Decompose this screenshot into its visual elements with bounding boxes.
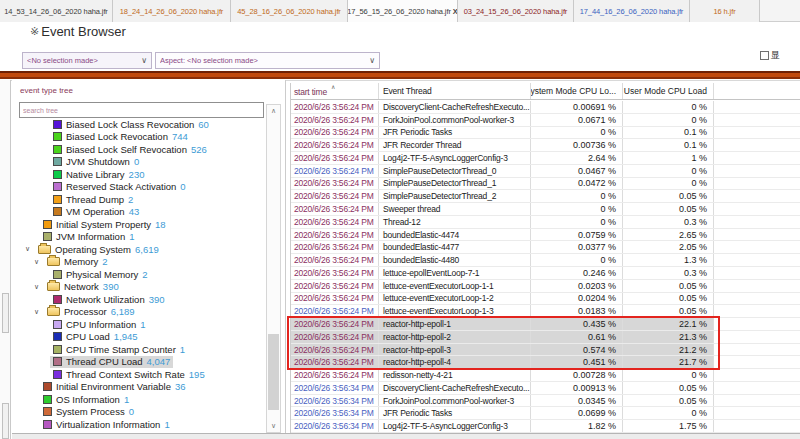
table-row[interactable]: 2020/6/26 3:56:34 PMLog4j2-TF-5-AsyncLog…	[291, 420, 800, 433]
scroll-down-icon[interactable]: ∨	[267, 420, 280, 432]
editor-tab[interactable]: 18_24_14_26_06_2020 haha.jfr	[113, 0, 231, 22]
tree-item-processor[interactable]: ∨Processor6,189	[12, 306, 265, 319]
tree-scrollbar[interactable]: ∧ ∨	[266, 104, 281, 433]
event-type-color-icon	[53, 145, 62, 154]
column-header-system-mode-cpu-load[interactable]: System Mode CPU Lo...	[531, 83, 623, 99]
editor-tab[interactable]: 17_44_16_26_06_2020 haha.jfr	[574, 0, 690, 22]
table-row[interactable]: 2020/6/26 3:56:34 PMJFR Periodic Tasks0.…	[291, 407, 800, 420]
table-row[interactable]: 2020/6/26 3:56:24 PMSimplePauseDetectorT…	[291, 178, 800, 191]
tree-item-jvm-shutdown[interactable]: JVM Shutdown0	[12, 156, 265, 169]
table-row[interactable]: 2020/6/26 3:56:24 PMForkJoinPool.commonP…	[291, 114, 800, 127]
expand-chevron-icon[interactable]: ∨	[25, 245, 34, 253]
filler-cell	[714, 420, 800, 432]
tree-item-memory[interactable]: ∨Memory2	[12, 256, 265, 269]
table-row[interactable]: 2020/6/26 3:56:24 PMlettuce-eventExecuto…	[291, 305, 800, 318]
column-header-event-thread[interactable]: Event Thread	[379, 83, 531, 99]
table-row[interactable]: 2020/6/26 3:56:24 PMboundedElastic-44740…	[291, 229, 800, 242]
tree-item-count: 4,047	[147, 356, 171, 367]
table-row[interactable]: 2020/6/26 3:56:24 PMreactor-http-epoll-1…	[291, 318, 800, 331]
close-icon[interactable]: X	[453, 7, 458, 16]
table-row[interactable]: 2020/6/26 3:56:24 PMboundedElastic-44770…	[291, 241, 800, 254]
table-row[interactable]: 2020/6/26 3:56:24 PMredisson-netty-4-210…	[291, 369, 800, 382]
user-mode-cpu-cell: 0.05 %	[623, 203, 714, 215]
table-row[interactable]: 2020/6/26 3:56:24 PMJFR Recorder Thread0…	[291, 139, 800, 152]
tree-item-physical-memory[interactable]: Physical Memory2	[12, 268, 265, 281]
table-row[interactable]: 2020/6/26 3:56:24 PMLog4j2-TF-5-AsyncLog…	[291, 152, 800, 165]
editor-tab[interactable]: 03_24_15_26_06_2020 haha.jfr	[458, 0, 574, 22]
table-row[interactable]: 2020/6/26 3:56:24 PMSweeper thread0 %0.0…	[291, 203, 800, 216]
table-row[interactable]: 2020/6/26 3:56:24 PMDiscoveryClient-Cach…	[291, 101, 800, 114]
start-time-cell: 2020/6/26 3:56:24 PM	[291, 305, 379, 317]
column-header-start-time[interactable]: ∧ start time	[291, 83, 379, 99]
tree-item-cpu-information[interactable]: CPU Information1	[12, 318, 265, 331]
tree-item-vm-operation[interactable]: VM Operation43	[12, 206, 265, 219]
tree-item-thread-cpu-load[interactable]: Thread CPU Load4,047	[12, 356, 265, 369]
table-row[interactable]: 2020/6/26 3:56:24 PMThread-120 %0.3 %	[291, 216, 800, 229]
table-row[interactable]: 2020/6/26 3:56:24 PMlettuce-epollEventLo…	[291, 267, 800, 280]
sort-ascending-icon: ∧	[331, 83, 335, 90]
tree-item-native-library[interactable]: Native Library230	[12, 168, 265, 181]
table-row[interactable]: 2020/6/26 3:56:34 PMDiscoveryClient-Cach…	[291, 382, 800, 395]
tree-item-count: 390	[149, 294, 165, 305]
show-checkbox[interactable]	[760, 51, 769, 60]
expand-chevron-icon[interactable]: ∨	[34, 258, 43, 266]
tree-item-biased-lock-revocation[interactable]: Biased Lock Revocation744	[12, 131, 265, 144]
tree-item-network-utilization[interactable]: Network Utilization390	[12, 293, 265, 306]
collapsed-panel-strip[interactable]	[0, 80, 11, 439]
tree-item-os-information[interactable]: OS Information1	[12, 393, 265, 406]
start-time-cell: 2020/6/26 3:56:24 PM	[291, 178, 379, 190]
table-row[interactable]: 2020/6/26 3:56:24 PMreactor-http-epoll-3…	[291, 344, 800, 357]
tree-item-count: 2	[142, 269, 147, 280]
table-row[interactable]: 2020/6/26 3:56:24 PMboundedElastic-44800…	[291, 254, 800, 267]
event-type-color-icon	[53, 370, 62, 379]
tree-item-initial-environment-variable[interactable]: Initial Environment Variable36	[12, 381, 265, 394]
table-row[interactable]: 2020/6/26 3:56:24 PMlettuce-eventExecuto…	[291, 293, 800, 306]
table-row[interactable]: 2020/6/26 3:56:34 PMForkJoinPool.commonP…	[291, 395, 800, 408]
tree-item-system-process[interactable]: System Process0	[12, 406, 265, 419]
editor-tab[interactable]: 45_28_16_26_06_2020 haha.jfr	[231, 0, 348, 22]
table-row[interactable]: 2020/6/26 3:56:24 PMSimplePauseDetectorT…	[291, 190, 800, 203]
aspect-combo[interactable]: Aspect: <No selection made> ∨	[155, 52, 380, 69]
tree-item-thread-dump[interactable]: Thread Dump2	[12, 193, 265, 206]
scroll-up-icon[interactable]: ∧	[267, 105, 280, 117]
scrollbar-thumb[interactable]	[268, 334, 279, 410]
start-time-cell: 2020/6/26 3:56:24 PM	[291, 152, 379, 164]
tree-item-cpu-load[interactable]: CPU Load1,945	[12, 331, 265, 344]
tree-item-thread-context-switch-rate[interactable]: Thread Context Switch Rate195	[12, 368, 265, 381]
user-mode-cpu-cell: 0.05 %	[623, 395, 714, 407]
column-header-user-mode-cpu-load[interactable]: User Mode CPU Load	[623, 83, 714, 99]
tree-item-jvm-information[interactable]: JVM Information1	[12, 231, 265, 244]
event-type-color-icon	[53, 332, 62, 341]
tree-item-label: Initial Environment Variable	[56, 381, 171, 392]
editor-tab[interactable]: 17_56_15_26_06_2020 haha.jfrX	[348, 0, 458, 22]
tree-item-network[interactable]: ∨Network390	[12, 281, 265, 294]
user-mode-cpu-cell: 2.65 %	[623, 229, 714, 241]
tree-item-biased-lock-class-revocation[interactable]: Biased Lock Class Revocation60	[12, 118, 265, 131]
event-thread-cell: Sweeper thread	[379, 203, 531, 215]
tree-item-label: Thread Context Switch Rate	[66, 369, 185, 380]
expand-chevron-icon[interactable]: ∨	[34, 308, 43, 316]
event-thread-cell: lettuce-eventExecutorLoop-1-1	[379, 280, 531, 292]
start-time-cell: 2020/6/26 3:56:24 PM	[291, 203, 379, 215]
tree-item-operating-system[interactable]: ∨Operating System6,619	[12, 243, 265, 256]
editor-tab[interactable]: 16 h.jfr	[690, 0, 760, 22]
table-row[interactable]: 2020/6/26 3:56:24 PMlettuce-eventExecuto…	[291, 280, 800, 293]
tree-item-cpu-time-stamp-counter[interactable]: CPU Time Stamp Counter1	[12, 343, 265, 356]
tree-item-initial-system-property[interactable]: Initial System Property18	[12, 218, 265, 231]
table-row[interactable]: 2020/6/26 3:56:24 PMJFR Periodic Tasks0 …	[291, 127, 800, 140]
selection-combo[interactable]: <No selection made> ∨	[22, 52, 152, 69]
tree-item-biased-lock-self-revocation[interactable]: Biased Lock Self Revocation526	[12, 143, 265, 156]
table-row[interactable]: 2020/6/26 3:56:24 PMreactor-http-epoll-2…	[291, 331, 800, 344]
table-row[interactable]: 2020/6/26 3:56:24 PMSimplePauseDetectorT…	[291, 165, 800, 178]
tree-item-virtualization-information[interactable]: Virtualization Information1	[12, 418, 265, 431]
editor-tab[interactable]: 14_53_14_26_06_2020 haha.jfr	[0, 0, 113, 22]
tree-item-label: CPU Time Stamp Counter	[66, 344, 176, 355]
filler-cell	[714, 190, 800, 202]
tree-item-reserved-stack-activation[interactable]: Reserved Stack Activation0	[12, 181, 265, 194]
filler-cell	[714, 178, 800, 190]
event-thread-cell: ForkJoinPool.commonPool-worker-3	[379, 395, 531, 407]
expand-chevron-icon[interactable]: ∨	[34, 283, 43, 291]
user-mode-cpu-cell: 0 %	[623, 369, 714, 381]
table-row[interactable]: 2020/6/26 3:56:24 PMreactor-http-epoll-4…	[291, 356, 800, 369]
user-mode-cpu-cell: 1.3 %	[623, 254, 714, 266]
